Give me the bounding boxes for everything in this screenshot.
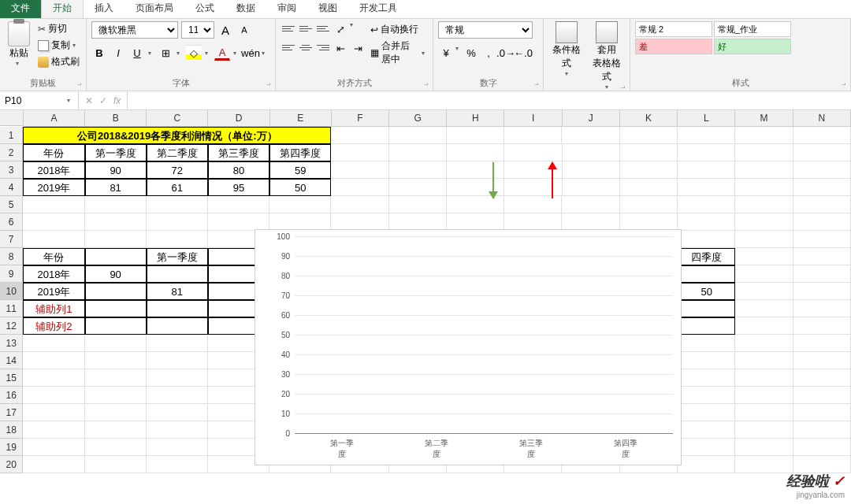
cell-E3[interactable]: 59 [269, 161, 331, 179]
cell-C8[interactable]: 第一季度 [147, 248, 208, 265]
cell-N7[interactable] [793, 231, 851, 248]
cell-F6[interactable] [331, 213, 388, 231]
cell-N17[interactable] [793, 404, 851, 421]
cell-N14[interactable] [793, 352, 851, 369]
cell-G5[interactable] [389, 196, 447, 213]
cell-G4[interactable] [389, 179, 447, 196]
cell-C5[interactable] [147, 196, 208, 213]
cell-G3[interactable] [389, 161, 447, 179]
cell-J5[interactable] [562, 196, 619, 213]
cell-H2[interactable] [447, 144, 504, 161]
cell-K4[interactable] [620, 179, 678, 196]
cell-M20[interactable] [735, 456, 793, 473]
col-header-I[interactable]: I [504, 110, 562, 126]
cell-N16[interactable] [793, 387, 851, 404]
cell-K2[interactable] [620, 144, 678, 161]
cell-A14[interactable] [23, 352, 84, 369]
row-header-11[interactable]: 11 [0, 300, 23, 317]
style-hao[interactable]: 好 [714, 39, 791, 54]
cell-E4[interactable]: 50 [269, 179, 331, 196]
cell-M6[interactable] [735, 213, 793, 231]
row-header-10[interactable]: 10 [0, 283, 23, 300]
tab-review[interactable]: 审阅 [266, 0, 307, 18]
col-header-L[interactable]: L [678, 110, 735, 126]
row-header-20[interactable]: 20 [0, 456, 23, 473]
cell-L1[interactable] [678, 127, 735, 144]
align-bottom-button[interactable] [315, 21, 331, 35]
table-format-button[interactable]: 套用 表格格式▾ [589, 21, 626, 91]
cell-M16[interactable] [735, 387, 793, 404]
underline-button[interactable]: U [129, 45, 145, 61]
cell-N3[interactable] [793, 161, 851, 179]
cell-C6[interactable] [147, 213, 208, 231]
cell-L17[interactable] [678, 404, 735, 421]
cell-M13[interactable] [735, 335, 793, 352]
cell-A6[interactable] [23, 213, 84, 231]
cell-F5[interactable] [331, 196, 388, 213]
cell-L3[interactable] [678, 161, 735, 179]
cell-M12[interactable] [735, 317, 793, 335]
col-header-K[interactable]: K [620, 110, 678, 126]
col-header-D[interactable]: D [208, 110, 269, 126]
cell-N20[interactable] [793, 456, 851, 473]
orientation-button[interactable]: ⤢ [333, 21, 348, 37]
cell-G1[interactable] [389, 127, 447, 144]
cell-M15[interactable] [735, 369, 793, 387]
formula-input[interactable] [128, 91, 851, 109]
cell-D2[interactable]: 第三季度 [208, 144, 269, 161]
cell-D6[interactable] [208, 213, 269, 231]
cell-B17[interactable] [85, 404, 147, 421]
col-header-E[interactable]: E [270, 110, 332, 126]
conditional-format-button[interactable]: 条件格式▾ [548, 21, 585, 77]
cell-B10[interactable] [85, 283, 147, 300]
cell-M19[interactable] [735, 439, 793, 456]
cell-C9[interactable] [147, 265, 208, 283]
cell-B8[interactable] [85, 248, 147, 265]
cell-I2[interactable] [504, 144, 562, 161]
cell-A7[interactable] [23, 231, 84, 248]
cell-K6[interactable] [620, 213, 678, 231]
cell-A4[interactable]: 2019年 [23, 179, 84, 196]
cell-L20[interactable] [678, 456, 735, 473]
format-painter-button[interactable]: 格式刷 [36, 54, 81, 69]
col-header-N[interactable]: N [793, 110, 851, 126]
row-header-19[interactable]: 19 [0, 439, 23, 456]
cell-J6[interactable] [562, 213, 619, 231]
tab-layout[interactable]: 页面布局 [124, 0, 184, 18]
cell-A5[interactable] [23, 196, 84, 213]
font-color-button[interactable]: A [214, 45, 230, 61]
cell-B11[interactable] [85, 300, 147, 317]
cell-A9[interactable]: 2018年 [23, 265, 84, 283]
cell-M11[interactable] [735, 300, 793, 317]
align-right-button[interactable] [315, 40, 331, 54]
cell-C10[interactable]: 81 [147, 283, 208, 300]
cell-I6[interactable] [504, 213, 562, 231]
cell-N19[interactable] [793, 439, 851, 456]
cell-N12[interactable] [793, 317, 851, 335]
cell-C20[interactable] [147, 456, 208, 473]
row-header-12[interactable]: 12 [0, 317, 23, 335]
cell-B5[interactable] [85, 196, 147, 213]
row-header-8[interactable]: 8 [0, 248, 23, 265]
cell-C12[interactable] [147, 317, 208, 335]
cell-C17[interactable] [147, 404, 208, 421]
cell-A12[interactable]: 辅助列2 [23, 317, 84, 335]
cell-A11[interactable]: 辅助列1 [23, 300, 84, 317]
cell-J1[interactable] [562, 127, 619, 144]
cell-G2[interactable] [389, 144, 447, 161]
decrease-indent-button[interactable]: ⇤ [333, 40, 348, 56]
cell-D3[interactable]: 80 [208, 161, 269, 179]
row-header-17[interactable]: 17 [0, 404, 23, 421]
cell-B16[interactable] [85, 387, 147, 404]
increase-decimal-button[interactable]: .0→ [498, 45, 514, 61]
cell-L14[interactable] [678, 352, 735, 369]
cell-A1[interactable]: 公司2018&2019各季度利润情况（单位:万） [23, 127, 331, 144]
cell-N13[interactable] [793, 335, 851, 352]
cell-M10[interactable] [735, 283, 793, 300]
cell-F1[interactable] [331, 127, 388, 144]
cell-H1[interactable] [447, 127, 504, 144]
confirm-icon[interactable]: ✓ [99, 95, 107, 106]
cell-M17[interactable] [735, 404, 793, 421]
cell-B18[interactable] [85, 421, 147, 439]
cell-B20[interactable] [85, 456, 147, 473]
